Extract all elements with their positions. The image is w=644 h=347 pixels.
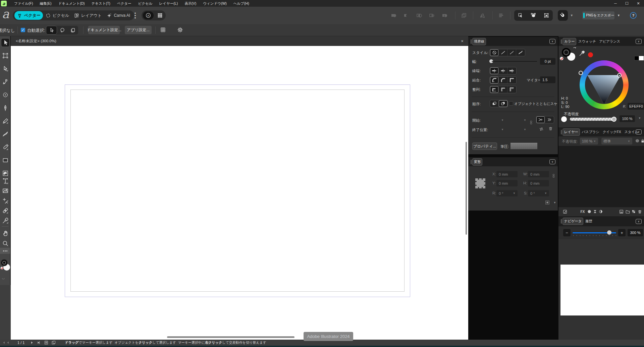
opacity-value-field[interactable]: 100 % — [620, 115, 635, 122]
dash-stroke-icon[interactable] — [507, 49, 516, 56]
export-png-button[interactable]: PNGをエクスポート — [582, 11, 614, 19]
swap-colors-icon[interactable] — [573, 47, 577, 51]
tab-navigator[interactable]: ナビゲータ — [562, 218, 583, 225]
handle-mode-icon[interactable] — [543, 12, 549, 18]
r-field[interactable]: 0 °▼ — [496, 190, 518, 196]
miter-join-icon[interactable] — [507, 77, 516, 83]
end-size-dropdown[interactable]: ▼ — [513, 126, 528, 133]
lasso-select-icon[interactable] — [57, 26, 67, 35]
menu-file[interactable]: ファイル(F) — [11, 0, 36, 7]
flip-horizontal-icon[interactable] — [479, 12, 486, 19]
tool-swap-colors-icon[interactable]: ◡ — [2, 276, 5, 280]
app-settings-button[interactable]: アプリ設定... — [125, 26, 152, 34]
canvas-viewport[interactable] — [11, 46, 468, 340]
tab-layers[interactable]: レイヤー — [562, 128, 580, 136]
opacity-preview-circle[interactable] — [561, 116, 567, 122]
horizontal-scrollbar[interactable] — [167, 336, 294, 338]
boolean-divide-icon[interactable] — [428, 12, 436, 19]
menu-document[interactable]: ドキュメント(D) — [55, 0, 88, 7]
link-start-end-icon[interactable] — [529, 120, 533, 125]
paint-brush-tool[interactable] — [1, 143, 10, 152]
navigator-collapse-chevron[interactable]: ∨ — [636, 219, 642, 224]
start-pressure-dropdown[interactable]: ▼ — [486, 117, 506, 123]
fx-icon[interactable]: FX — [580, 209, 585, 214]
solid-stroke-icon[interactable] — [499, 49, 507, 56]
align-center-icon[interactable] — [490, 86, 499, 93]
eyedropper-icon[interactable] — [579, 50, 585, 57]
toolbar-overflow-menu[interactable]: ••• — [133, 12, 138, 19]
anchor-selector[interactable] — [474, 177, 487, 189]
pencil-tool[interactable] — [1, 117, 10, 125]
blend-mode-dropdown[interactable]: 標準▼ — [601, 138, 632, 144]
w-field[interactable]: 0 mm — [528, 171, 549, 177]
point-transform-tool[interactable] — [1, 91, 10, 99]
layers-list-empty[interactable] — [558, 146, 644, 207]
start-size-dropdown[interactable]: ▼ — [513, 117, 528, 123]
move-tool[interactable] — [1, 38, 10, 47]
tab-stroke[interactable]: 境界線 — [472, 38, 486, 45]
document-tab-title[interactable]: <名称未設定> (300.0%) — [16, 39, 56, 44]
y-field[interactable]: 0 mm — [496, 180, 518, 186]
apps-grid-icon[interactable] — [156, 11, 164, 19]
scale-with-object-checkbox[interactable] — [509, 101, 513, 106]
round-cap-icon[interactable] — [499, 67, 507, 74]
new-group-icon[interactable] — [625, 209, 630, 214]
no-stroke-icon[interactable] — [490, 49, 499, 56]
persona-vector-button[interactable]: ベクター — [14, 11, 43, 20]
order-back-icon[interactable] — [490, 100, 499, 107]
vertical-scrollbar[interactable] — [466, 142, 467, 235]
settings-gear-icon[interactable] — [177, 27, 183, 33]
export-options-chevron[interactable]: ▼ — [617, 14, 620, 17]
panel-drag-handle[interactable] — [561, 219, 562, 224]
boolean-add-icon[interactable] — [390, 12, 397, 19]
snapping-options-chevron[interactable]: ▼ — [570, 14, 573, 17]
last-page-icon[interactable] — [37, 341, 41, 345]
boolean-combine-icon[interactable] — [441, 12, 448, 19]
end-pressure-dropdown[interactable]: ▼ — [486, 126, 506, 133]
boolean-intersect-icon[interactable] — [416, 12, 423, 19]
width-value-field[interactable]: 0 pt — [540, 58, 555, 65]
edit-all-layers-icon[interactable] — [562, 209, 568, 214]
stroke-swatch[interactable] — [562, 48, 571, 57]
hex-value-field[interactable]: EFEFF0 — [628, 103, 644, 110]
first-page-icon[interactable] — [2, 341, 10, 345]
duplicate-icon[interactable] — [460, 12, 468, 19]
artboard-icon[interactable] — [51, 340, 56, 345]
link-wh-icon[interactable] — [551, 174, 556, 178]
pressure-graph[interactable] — [511, 143, 537, 149]
minimize-button[interactable]: ─ — [610, 0, 621, 7]
menu-help[interactable]: ヘルプ(H) — [230, 0, 253, 7]
designer-app-icon[interactable]: A — [143, 11, 154, 19]
panel-drag-handle[interactable] — [471, 39, 472, 44]
menu-window[interactable]: ウィンドウ(W) — [200, 0, 230, 7]
menu-layer[interactable]: レイヤー(L) — [156, 0, 181, 7]
white-swatch[interactable] — [639, 56, 644, 60]
stroke-collapse-chevron[interactable]: ∨ — [549, 39, 555, 44]
order-front-icon[interactable] — [499, 100, 507, 107]
zoom-slider-thumb[interactable] — [607, 230, 611, 235]
transform-origin-icon[interactable] — [545, 200, 550, 205]
color-collapse-chevron[interactable]: ∨ — [636, 39, 642, 44]
lock-icon[interactable] — [640, 138, 644, 143]
layers-opacity-dropdown[interactable]: 100 %▼ — [580, 138, 598, 144]
mask-layer-icon[interactable] — [587, 209, 592, 214]
opacity-dropdown-chevron[interactable]: ▼ — [638, 117, 641, 120]
tab-color[interactable]: カラー — [562, 38, 576, 45]
menu-text[interactable]: テキスト(T) — [88, 0, 113, 7]
vector-brush-tool[interactable] — [1, 130, 10, 138]
bevel-join-icon[interactable] — [499, 77, 507, 83]
node-mode-icon[interactable] — [530, 12, 536, 18]
persona-layout-button[interactable]: レイアウト — [71, 10, 104, 20]
snapping-magnet-button[interactable] — [558, 10, 568, 21]
menu-edit[interactable]: 編集(E) — [36, 0, 55, 7]
auto-select-checkbox[interactable]: ✓ — [21, 28, 25, 32]
pages-list-icon[interactable] — [44, 340, 49, 345]
pen-tool[interactable] — [1, 104, 10, 112]
persona-canva-button[interactable]: Canva AI — [104, 10, 132, 20]
tab-appearance[interactable]: アピアランス — [598, 38, 622, 45]
black-swatch[interactable] — [634, 56, 639, 60]
close-button[interactable]: ✕ — [633, 0, 644, 7]
zoom-value-field[interactable]: 300 % — [628, 229, 643, 236]
app-logo-icon[interactable]: a — [1, 1, 7, 6]
menu-view[interactable]: 表示(V) — [181, 0, 200, 7]
